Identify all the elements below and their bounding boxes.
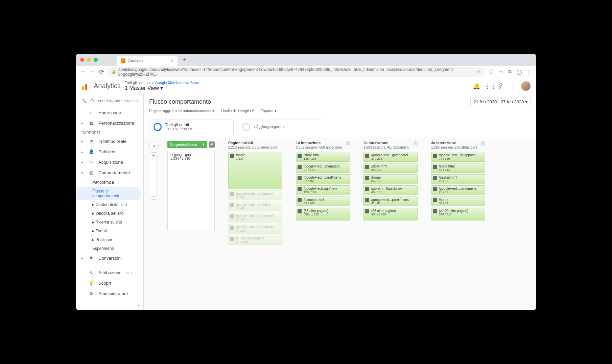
flow-node[interactable]: /google+red...nd/youtube0 / 598 — [228, 190, 282, 200]
breadcrumb[interactable]: Tutti gli account > Google Merchandise S… — [125, 81, 199, 85]
page-icon — [365, 165, 369, 169]
sidebar-item-realtime[interactable]: ▸◷In tempo reale — [76, 136, 143, 147]
flow-home-button[interactable]: ⌂ — [149, 141, 159, 150]
browser-tab[interactable]: Analytics × — [117, 56, 178, 66]
segment-all-users[interactable]: Tutti gli utenti100,00% Sessioni — [149, 120, 234, 134]
source-node[interactable]: ↪ googl...ganic 3.334 / 6.210 — [167, 150, 215, 231]
sidebar-sub-experiments[interactable]: Esperimenti — [76, 244, 143, 253]
remove-column-icon[interactable]: ⓧ — [481, 141, 485, 147]
flow-chart[interactable]: ⌂ Sorgente/Mezzo▾ ⚙ ↪ googl...ganic 3.33… — [144, 137, 536, 310]
flow-node[interactable]: /google+red...gn/apparel91 / 172 — [296, 163, 350, 173]
flow-node[interactable]: /google+red...gn/apparel37 / 203 — [363, 152, 418, 162]
dimension-settings-button[interactable]: ⚙ — [209, 141, 215, 148]
sidebar-sub-overview[interactable]: Panoramica — [76, 178, 143, 187]
address-bar[interactable]: 🔒 analytics.google.com/analytics/web/?au… — [108, 67, 485, 77]
search-icon: 🔍 — [81, 98, 87, 103]
view-selector[interactable]: 1 Master View▾ — [125, 85, 199, 91]
flow-node[interactable]: /google+red...parel/mens41 / 86 — [363, 197, 418, 206]
sidebar-search[interactable]: 🔍 — [76, 94, 143, 107]
extension-icon[interactable]: ⧉ — [507, 69, 513, 75]
grouping-dropdown[interactable]: Pagine raggruppate automaticamente ▾ — [149, 109, 214, 113]
apps-icon[interactable]: ⋮⋮⋮ — [485, 82, 493, 90]
flow-node[interactable]: /store.html185 / 393 — [296, 152, 350, 162]
collapse-sidebar-button[interactable]: ‹ — [76, 300, 143, 310]
sidebar-sub-publisher[interactable]: ▸ Publisher — [76, 235, 143, 244]
maximize-window-button[interactable] — [94, 58, 98, 62]
flow-node[interactable]: /store.html60 / 130 — [363, 163, 418, 173]
sidebar-item-conversions[interactable]: ▸⚑Conversioni — [76, 253, 143, 263]
kebab-icon[interactable]: ⋮ — [509, 82, 517, 90]
sidebar-item-attribution[interactable]: ↯Attribuzione BETA — [76, 267, 143, 278]
flow-node[interactable]: (88 altre pagine)455 / 1.332 — [296, 208, 350, 220]
sidebar-sub-site-speed[interactable]: ▸ Velocità del sito — [76, 209, 143, 218]
page-icon — [230, 192, 234, 196]
analytics-logo — [81, 82, 90, 90]
search-input[interactable] — [90, 99, 138, 103]
back-button[interactable]: ← — [80, 68, 86, 75]
report-toolbar: Pagine raggruppate automaticamente ▾ Liv… — [144, 107, 536, 116]
close-tab-icon[interactable]: × — [171, 58, 173, 63]
flow-node[interactable]: /google+red...gn/apparel0 / 395 — [228, 213, 282, 223]
dimension-selector[interactable]: Sorgente/Mezzo▾ — [167, 141, 207, 148]
flow-node[interactable]: /google+redesign/new120 / 154 — [296, 185, 350, 195]
flow-node[interactable]: /asearch.html49 / 140 — [296, 197, 350, 206]
remove-column-icon[interactable]: ⓧ — [346, 141, 350, 147]
reload-button[interactable]: ⟳ — [99, 68, 104, 76]
page-icon — [298, 187, 302, 191]
column-header: 1a interazioneⓧ — [296, 141, 350, 145]
add-segment-button[interactable]: + Aggiungi segmento — [238, 120, 322, 134]
flow-node[interactable]: (> 100 altre pagine)374 / 817 — [431, 208, 485, 220]
avatar[interactable] — [521, 81, 531, 91]
chevron-down-icon: ▾ — [203, 142, 205, 147]
flow-node[interactable]: /home3.334 — [228, 152, 282, 189]
sidebar-item-home[interactable]: ⌂Home page — [76, 107, 143, 118]
forward-button[interactable]: → — [90, 68, 96, 75]
flow-node[interactable]: /store.html/quickview45 / 103 — [363, 185, 418, 195]
star-icon[interactable]: ☆ — [477, 70, 480, 74]
lightbulb-icon: 💡 — [88, 281, 94, 286]
sidebar-sub-site-content[interactable]: ▸ Contenuti del sito — [76, 200, 143, 209]
browser-toolbar: ← → ⟳ 🔒 analytics.google.com/analytics/w… — [76, 66, 536, 78]
zoom-slider[interactable] — [151, 152, 157, 200]
flow-node[interactable]: /google+red...gn/apparel77 / 159 — [431, 152, 485, 162]
sidebar-item-audience[interactable]: ▸👤Pubblico — [76, 147, 143, 157]
detail-dropdown[interactable]: Livello di dettaglio ▾ — [221, 109, 254, 113]
sidebar-sub-site-search[interactable]: ▸ Ricerca su sito — [76, 218, 143, 227]
page-icon — [230, 154, 234, 158]
menu-icon[interactable]: ⋮ — [526, 69, 532, 75]
devtools-icon[interactable]: ▭ — [497, 69, 503, 75]
info-icon[interactable]: ⓘ — [488, 69, 494, 75]
column-subheader: 6.210 sessioni, 3.858 abbandoni — [228, 146, 282, 149]
flow-node[interactable]: /home84 / 105 — [363, 174, 418, 184]
sidebar-sub-events[interactable]: ▸ Eventi — [76, 227, 143, 235]
flow-node[interactable]: /google+red...parel/mens0 / 133 — [228, 224, 282, 234]
flow-node[interactable]: /store.html45 / 114 — [431, 163, 485, 173]
page-icon — [433, 176, 437, 180]
close-window-button[interactable] — [80, 58, 84, 62]
remove-column-icon[interactable]: ⓧ — [414, 141, 418, 147]
export-dropdown[interactable]: Esporta ▾ — [261, 109, 277, 113]
flow-node[interactable]: /google+red...s+t+shirts0 / 494 — [228, 202, 282, 211]
flow-node[interactable]: /google+red...parel/mens87 / 161 — [296, 174, 350, 184]
date-range-picker[interactable]: 21 feb 2020 - 27 feb 2020 ▾ — [470, 98, 531, 106]
sidebar-item-customization[interactable]: ▸▦Personalizzazione — [76, 118, 143, 128]
page-icon — [365, 176, 369, 180]
sidebar-item-acquisition[interactable]: ▸➣Acquisizione — [76, 157, 143, 167]
sidebar-sub-behavior-flow[interactable]: Flusso di comportamento — [76, 187, 141, 200]
sidebar-item-discover[interactable]: 💡Scopri — [76, 278, 143, 288]
flow-node[interactable]: /basket.html23 / 67 — [431, 174, 485, 184]
new-tab-button[interactable]: + — [180, 56, 189, 63]
flow-node[interactable]: /google+red...parel/mens25 / 57 — [431, 185, 485, 195]
profile-icon[interactable]: ◯ — [516, 69, 522, 75]
help-icon[interactable]: ? — [497, 82, 505, 89]
behavior-icon: ▥ — [88, 170, 94, 175]
flow-node[interactable]: /home30 / 52 — [431, 197, 485, 206]
sidebar-item-behavior[interactable]: ▾▥Comportamento — [76, 167, 143, 178]
sidebar-item-admin[interactable]: ⚙Amministratore — [76, 288, 143, 299]
flow-node[interactable]: (98 altre pagine)454 / 1.056 — [363, 208, 418, 220]
page-icon — [298, 209, 302, 213]
minimize-window-button[interactable] — [87, 58, 91, 62]
page-icon — [230, 214, 234, 218]
notifications-icon[interactable]: 🔔 — [472, 82, 480, 90]
flow-node[interactable]: (> 100 altre pagine)0 / 1.256 — [228, 235, 282, 245]
